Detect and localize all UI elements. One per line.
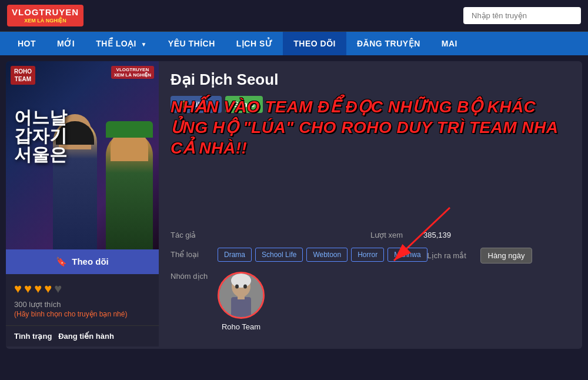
cover-vlog-badge: VLOGTRUYENXEM LÀ NGHIỆN (111, 66, 154, 79)
views-label: Lượt xem (370, 231, 417, 239)
main-content: ROHO TEAM VLOGTRUYENXEM LÀ NGHIỆN 어느날갑자기… (6, 61, 582, 349)
author-col: Tác giả (171, 231, 370, 239)
avatar-inner (219, 274, 263, 317)
logo[interactable]: VLOGTRUYEN XEM LÀ NGHIỆN (7, 5, 83, 26)
hearts-container: ♥ ♥ ♥ ♥ ♥ (14, 281, 151, 296)
genre-drama[interactable]: Drama (218, 248, 252, 262)
cover-roho-badge: ROHO TEAM (11, 66, 35, 85)
navigation: HOT MỚI THỂ LOẠI ▼ YÊU THÍCH LỊCH SỬ THE… (0, 32, 588, 55)
schedule-col: Lịch ra mắt Hàng ngày (427, 248, 533, 264)
svg-rect-6 (238, 295, 245, 299)
translator-name[interactable]: Roho Team (222, 322, 260, 331)
status-value: Đang tiến hành (58, 332, 114, 341)
genre-webtoon[interactable]: Webtoon (306, 248, 348, 262)
genre-manhwa[interactable]: Manhwa (387, 248, 427, 262)
schedule-value: Hàng ngày (480, 248, 533, 264)
char-front (106, 132, 153, 249)
translator-row: Nhóm dịch (171, 272, 570, 331)
nav-lich-su[interactable]: LỊCH SỬ (226, 32, 283, 55)
logo-main-text: VLOGTRUYEN (12, 7, 79, 18)
genre-schedule-row: Thể loại Drama School Life Webtoon Horro… (171, 248, 570, 264)
nav-theo-doi[interactable]: THEO DÕI (283, 32, 346, 55)
nav-the-loai[interactable]: THỂ LOẠI ▼ (85, 32, 158, 55)
follow-button[interactable]: 🔖 Theo dõi (6, 249, 159, 274)
svg-rect-5 (231, 297, 251, 317)
nav-yeu-thich[interactable]: YÊU THÍCH (158, 32, 226, 55)
heart-2[interactable]: ♥ (24, 281, 32, 296)
search-input[interactable] (463, 7, 581, 24)
views-col: Lượt xem 385,139 (370, 231, 451, 239)
genre-tags: Drama School Life Webtoon Horror Manhwa (218, 248, 427, 262)
manga-title: Đại Dịch Seoul (171, 71, 570, 89)
nav-mai[interactable]: MAI (431, 32, 468, 55)
logo-area: VLOGTRUYEN XEM LÀ NGHIỆN (7, 5, 83, 26)
translator-group: Roho Team (218, 272, 265, 331)
heart-3[interactable]: ♥ (34, 281, 42, 296)
left-panel: ROHO TEAM VLOGTRUYENXEM LÀ NGHIỆN 어느날갑자기… (6, 61, 159, 349)
cover-title-text: 어느날갑자기서울은 (14, 108, 67, 164)
translator-avatar[interactable] (218, 272, 265, 319)
avatar-svg (219, 274, 263, 317)
status-area: Tình trạng Đang tiến hành (6, 325, 159, 346)
heart-5-empty[interactable]: ♥ (54, 281, 62, 296)
genre-col: Thể loại Drama School Life Webtoon Horro… (171, 248, 427, 262)
header: VLOGTRUYEN XEM LÀ NGHIỆN (0, 0, 588, 32)
rating-vote[interactable]: (Hãy bình chọn cho truyện bạn nhé) (14, 310, 151, 318)
status-label: Tình trạng (14, 332, 52, 341)
author-views-row: Tác giả Lượt xem 385,139 (171, 231, 570, 239)
svg-point-4 (243, 284, 247, 288)
views-value: 385,139 (423, 231, 451, 239)
translator-col: Nhóm dịch (171, 272, 370, 331)
heart-1[interactable]: ♥ (14, 281, 22, 296)
schedule-label: Lịch ra mắt (427, 251, 475, 260)
author-label: Tác giả (171, 231, 218, 239)
manga-cover: ROHO TEAM VLOGTRUYENXEM LÀ NGHIỆN 어느날갑자기… (6, 61, 159, 249)
bookmark-icon: 🔖 (56, 256, 67, 267)
svg-point-3 (235, 284, 239, 288)
info-section: Tác giả Lượt xem 385,139 Thể loại Drama … (171, 231, 570, 331)
svg-point-2 (231, 274, 251, 288)
genre-label: Thể loại (171, 250, 218, 259)
nav-hot[interactable]: HOT (7, 32, 46, 55)
nav-moi[interactable]: MỚI (46, 32, 85, 55)
genre-horror[interactable]: Horror (351, 248, 384, 262)
chevron-down-icon: ▼ (141, 41, 146, 48)
genre-school[interactable]: School Life (255, 248, 303, 262)
logo-sub-text: XEM LÀ NGHIỆN (24, 18, 66, 24)
translator-label: Nhóm dịch (171, 272, 218, 281)
rating-area: ♥ ♥ ♥ ♥ ♥ 300 lượt thích (Hãy bình chọn … (6, 274, 159, 325)
nav-dang-truyen[interactable]: ĐĂNG TRUYỆN (346, 32, 431, 55)
heart-4[interactable]: ♥ (44, 281, 52, 296)
rating-count: 300 lượt thích (14, 300, 151, 309)
promo-text: NHẤN VÀO TEAM ĐỂ ĐỌC NHỮNG BỘ KHÁC ỦNG H… (171, 96, 570, 158)
right-panel: Đại Dịch Seoul 👍 Like 0 Share NHẤN VÀO T… (159, 61, 582, 349)
